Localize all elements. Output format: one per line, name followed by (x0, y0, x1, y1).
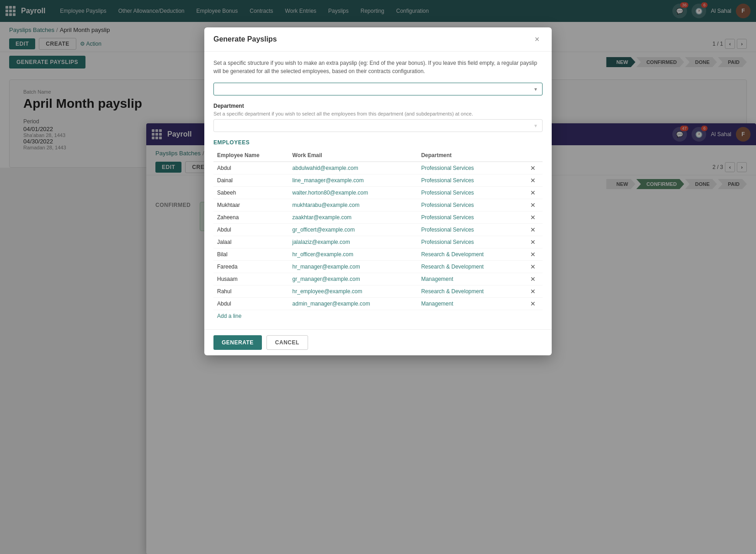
department-label: Department (213, 103, 543, 109)
col-name: Employee Name (213, 149, 289, 162)
emp-email-8: hr_manager@example.com (289, 261, 418, 273)
cancel-button[interactable]: CANCEL (266, 335, 308, 350)
emp-dept-4: Professional Services (417, 211, 523, 224)
table-row: Abdul admin_manager@example.com Manageme… (213, 298, 543, 310)
col-action (523, 149, 543, 162)
employees-section-label: Employees (213, 139, 543, 146)
emp-dept-8: Research & Development (417, 261, 523, 273)
emp-name-7: Bilal (213, 248, 289, 261)
emp-name-10: Rahul (213, 285, 289, 298)
emp-email-4: zaakhtar@example.com (289, 211, 418, 224)
table-header: Employee Name Work Email Department (213, 149, 543, 162)
col-department: Department (417, 149, 523, 162)
emp-remove-9[interactable]: ✕ (523, 273, 543, 285)
department-desc: Set a specific department if you wish to… (213, 111, 543, 116)
emp-remove-4[interactable]: ✕ (523, 211, 543, 224)
table-row: Bilal hr_officer@example.com Research & … (213, 248, 543, 261)
table-row: Rahul hr_employee@example.com Research &… (213, 285, 543, 298)
emp-name-4: Zaheena (213, 211, 289, 224)
emp-remove-10[interactable]: ✕ (523, 285, 543, 298)
table-row: Zaheena zaakhtar@example.com Professiona… (213, 211, 543, 224)
emp-email-5: gr_officert@example.com (289, 224, 418, 236)
emp-remove-8[interactable]: ✕ (523, 261, 543, 273)
emp-remove-2[interactable]: ✕ (523, 187, 543, 199)
emp-name-1: Dainal (213, 174, 289, 187)
generate-button[interactable]: GENERATE (213, 335, 262, 350)
emp-name-0: Abdul (213, 162, 289, 174)
modal-body: Set a specific structure if you wish to … (204, 52, 552, 329)
department-input[interactable] (213, 119, 543, 132)
table-row: Dainal line_manager@example.com Professi… (213, 174, 543, 187)
table-row: Husaam gr_manager@example.com Management… (213, 273, 543, 285)
emp-remove-6[interactable]: ✕ (523, 236, 543, 248)
table-row: Mukhtaar mukhtarabu@example.com Professi… (213, 199, 543, 211)
modal-title: Generate Payslips (213, 35, 277, 43)
emp-email-1: line_manager@example.com (289, 174, 418, 187)
modal-footer: GENERATE CANCEL (204, 329, 552, 355)
employees-list: Abdul abdulwahid@example.com Professiona… (213, 162, 543, 310)
modal-overlay[interactable]: Generate Payslips × Set a specific struc… (0, 0, 756, 554)
emp-name-8: Fareeda (213, 261, 289, 273)
emp-name-5: Abdul (213, 224, 289, 236)
emp-dept-10: Research & Development (417, 285, 523, 298)
emp-dept-5: Professional Services (417, 224, 523, 236)
emp-remove-3[interactable]: ✕ (523, 199, 543, 211)
department-field: Department Set a specific department if … (213, 103, 543, 132)
emp-email-3: mukhtarabu@example.com (289, 199, 418, 211)
modal-close-button[interactable]: × (532, 34, 543, 45)
emp-email-0: abdulwahid@example.com (289, 162, 418, 174)
employees-table: Employee Name Work Email Department Abdu… (213, 149, 543, 310)
modal-info-text: Set a specific structure if you wish to … (213, 59, 543, 75)
modal-header: Generate Payslips × (204, 27, 552, 52)
emp-email-11: admin_manager@example.com (289, 298, 418, 310)
emp-email-2: walter.horton80@example.com (289, 187, 418, 199)
emp-email-6: jalalaziz@example.com (289, 236, 418, 248)
table-row: Abdul abdulwahid@example.com Professiona… (213, 162, 543, 174)
emp-dept-1: Professional Services (417, 174, 523, 187)
col-email: Work Email (289, 149, 418, 162)
emp-name-11: Abdul (213, 298, 289, 310)
emp-name-3: Mukhtaar (213, 199, 289, 211)
emp-dept-2: Professional Services (417, 187, 523, 199)
emp-email-10: hr_employee@example.com (289, 285, 418, 298)
emp-remove-7[interactable]: ✕ (523, 248, 543, 261)
table-row: Sabeeh walter.horton80@example.com Profe… (213, 187, 543, 199)
emp-remove-5[interactable]: ✕ (523, 224, 543, 236)
structure-select-wrapper (213, 83, 543, 95)
emp-remove-1[interactable]: ✕ (523, 174, 543, 187)
generate-payslips-modal: Generate Payslips × Set a specific struc… (204, 27, 552, 355)
emp-dept-11: Management (417, 298, 523, 310)
table-row: Jalaal jalalaziz@example.com Professiona… (213, 236, 543, 248)
emp-dept-9: Management (417, 273, 523, 285)
emp-dept-3: Professional Services (417, 199, 523, 211)
emp-remove-11[interactable]: ✕ (523, 298, 543, 310)
emp-remove-0[interactable]: ✕ (523, 162, 543, 174)
emp-name-9: Husaam (213, 273, 289, 285)
emp-name-6: Jalaal (213, 236, 289, 248)
emp-email-9: gr_manager@example.com (289, 273, 418, 285)
table-row: Abdul gr_officert@example.com Profession… (213, 224, 543, 236)
emp-dept-6: Professional Services (417, 236, 523, 248)
emp-dept-0: Professional Services (417, 162, 523, 174)
emp-name-2: Sabeeh (213, 187, 289, 199)
structure-field (213, 83, 543, 95)
emp-email-7: hr_officer@example.com (289, 248, 418, 261)
add-line-button[interactable]: Add a line (213, 310, 245, 322)
table-row: Fareeda hr_manager@example.com Research … (213, 261, 543, 273)
dept-select-wrapper (213, 119, 543, 132)
emp-dept-7: Research & Development (417, 248, 523, 261)
structure-select[interactable] (213, 83, 543, 95)
